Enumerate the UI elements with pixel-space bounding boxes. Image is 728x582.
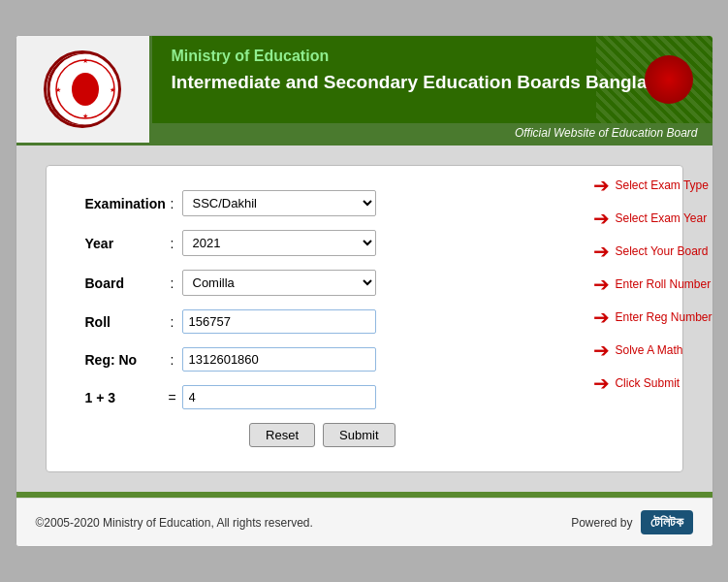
svg-text:★: ★ [82,57,88,64]
official-bar: Official Website of Education Board [152,123,712,143]
powered-by-area: Powered by টেলিটক [571,510,692,534]
roll-control [182,309,376,334]
year-row: Year : 2021 [85,230,653,256]
year-control: 2021 [182,230,376,256]
header: ★ ★ ★ ★ Ministry of Education [16,36,712,146]
reg-row: Reg: No : [85,347,653,372]
svg-text:★: ★ [82,113,88,119]
math-input[interactable] [182,385,376,409]
examination-row: Examination : SSC/Dakhil [85,190,653,216]
roll-colon: : [163,314,182,330]
submit-button[interactable]: Submit [323,423,395,447]
board-text: Select Your Board [615,244,708,258]
ministry-subtitle: Intermediate and Secondary Education Boa… [172,71,693,95]
math-text: Solve A Math [615,343,682,357]
roll-arrow: ➔ [593,273,610,296]
form-container: Examination : SSC/Dakhil Year : [46,165,683,472]
math-equals: = [163,390,182,405]
board-label: Board [85,275,163,291]
header-red-circle [645,55,693,104]
logo-circle: ★ ★ ★ ★ [44,50,121,128]
reg-control [182,347,376,372]
board-colon: : [163,275,182,291]
reg-colon: : [163,352,182,368]
math-arrow: ➔ [593,339,610,362]
reg-input[interactable] [182,347,376,372]
reg-text: Enter Reg Number [615,310,712,324]
svg-text:★: ★ [55,86,61,93]
math-label: 1 + 3 [85,390,163,405]
teletalk-logo: টেলিটক [641,510,693,534]
examination-control: SSC/Dakhil [182,190,376,216]
year-select[interactable]: 2021 [182,230,376,256]
board-annotation: ➔ Select Your Board [593,235,712,268]
main-content: Examination : SSC/Dakhil Year : [16,146,712,492]
annotations: ➔ Select Exam Type ➔ Select Exam Year ➔ … [593,169,712,400]
exam-type-text: Select Exam Type [615,178,709,192]
math-row: 1 + 3 = [85,385,653,409]
examination-colon: : [163,196,182,211]
examination-label: Examination [85,196,163,211]
svg-point-7 [76,81,95,105]
submit-arrow: ➔ [593,372,610,395]
board-arrow: ➔ [593,240,610,263]
reset-button[interactable]: Reset [249,423,315,447]
math-annotation: ➔ Solve A Math [593,334,712,367]
powered-by-label: Powered by [571,516,632,530]
year-label: Year [85,236,163,251]
math-control [182,385,376,409]
examination-select[interactable]: SSC/Dakhil [182,190,376,216]
footer: ©2005-2020 Ministry of Education, All ri… [16,498,712,546]
page-wrapper: ★ ★ ★ ★ Ministry of Education [16,35,713,547]
submit-annotation: ➔ Click Submit [593,367,712,400]
exam-year-annotation: ➔ Select Exam Year [593,202,712,235]
teletalk-text: টেলিটক [650,514,683,531]
roll-input[interactable] [182,309,376,334]
reg-arrow: ➔ [593,306,610,329]
board-row: Board : Comilla [85,270,653,296]
official-text: Official Website of Education Board [515,126,698,140]
reg-annotation: ➔ Enter Reg Number [593,301,712,334]
exam-type-annotation: ➔ Select Exam Type [593,169,712,202]
buttons-row: Reset Submit [85,423,396,447]
exam-year-arrow: ➔ [593,207,610,230]
year-colon: : [163,236,182,251]
exam-year-text: Select Exam Year [615,211,707,225]
submit-text: Click Submit [615,376,680,390]
roll-row: Roll : [85,309,653,334]
logo-area: ★ ★ ★ ★ [16,36,152,143]
roll-label: Roll [85,314,163,330]
board-select[interactable]: Comilla [182,270,376,296]
reg-label: Reg: No [85,352,163,368]
roll-text: Enter Roll Number [615,277,711,291]
ministry-title: Ministry of Education [172,48,693,65]
copyright-text: ©2005-2020 Ministry of Education, All ri… [36,516,313,530]
svg-text:★: ★ [110,86,115,93]
roll-annotation: ➔ Enter Roll Number [593,268,712,301]
header-text-area: Ministry of Education Intermediate and S… [152,36,712,123]
exam-type-arrow: ➔ [593,174,610,197]
board-control: Comilla [182,270,376,296]
